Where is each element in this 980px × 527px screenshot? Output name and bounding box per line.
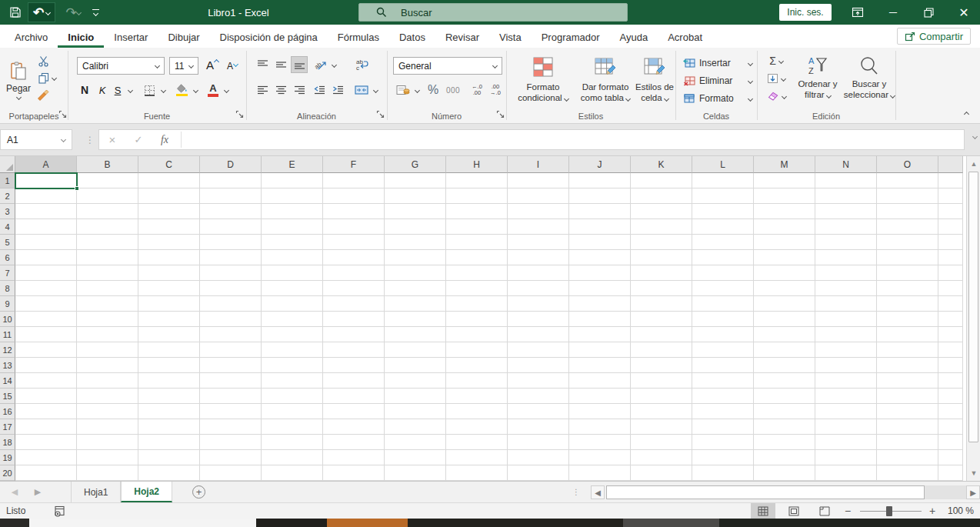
cell-partial-5[interactable] — [938, 235, 963, 250]
tab-disposici-n-de-p-gina[interactable]: Disposición de página — [210, 26, 328, 48]
cell-C13[interactable] — [138, 358, 200, 373]
cell-D14[interactable] — [200, 373, 262, 389]
cell-E16[interactable] — [262, 404, 323, 419]
cell-E6[interactable] — [262, 250, 323, 265]
formula-bar-handle[interactable]: ⋮ — [85, 129, 95, 150]
cell-M10[interactable] — [754, 312, 815, 327]
cell-G4[interactable] — [385, 219, 446, 235]
font-color-button[interactable]: A — [206, 82, 220, 98]
zoom-level[interactable]: 100 % — [948, 503, 974, 519]
align-middle-button[interactable] — [272, 56, 289, 73]
scroll-down-button[interactable]: ▼ — [968, 467, 980, 479]
cell-A11[interactable] — [15, 327, 77, 342]
cell-F1[interactable] — [323, 173, 385, 188]
cell-B19[interactable] — [77, 450, 138, 465]
cell-O9[interactable] — [877, 296, 938, 312]
cell-E17[interactable] — [262, 419, 323, 435]
cell-M6[interactable] — [754, 250, 815, 265]
cell-G3[interactable] — [385, 204, 446, 219]
cell-J19[interactable] — [569, 450, 631, 465]
cell-F19[interactable] — [323, 450, 385, 465]
share-button[interactable]: Compartir — [897, 28, 971, 45]
cell-O13[interactable] — [877, 358, 938, 373]
cell-N16[interactable] — [815, 404, 877, 419]
cell-O4[interactable] — [877, 219, 938, 235]
cell-partial-14[interactable] — [938, 373, 963, 389]
format-cells-button[interactable]: Formato — [683, 91, 752, 106]
cell-I1[interactable] — [508, 173, 569, 188]
row-header-18[interactable]: 18 — [0, 435, 15, 450]
increase-decimal-button[interactable]: ←.0.00 — [468, 82, 486, 98]
fill-color-button[interactable] — [174, 82, 189, 98]
cell-partial-12[interactable] — [938, 342, 963, 358]
cell-partial-8[interactable] — [938, 281, 963, 296]
cell-partial-16[interactable] — [938, 404, 963, 419]
cell-I10[interactable] — [508, 312, 569, 327]
cell-C1[interactable] — [138, 173, 200, 188]
cell-A20[interactable] — [15, 465, 77, 481]
expand-formula-bar-button[interactable] — [972, 134, 978, 139]
cell-partial-11[interactable] — [938, 327, 963, 342]
cell-I19[interactable] — [508, 450, 569, 465]
cell-C17[interactable] — [138, 419, 200, 435]
horizontal-scrollbar-thumb[interactable] — [606, 485, 925, 499]
align-right-button[interactable] — [291, 82, 308, 98]
sign-in-button[interactable]: Inic. ses. — [779, 4, 832, 21]
normal-view-button[interactable] — [751, 503, 775, 519]
cell-H5[interactable] — [446, 235, 508, 250]
cell-J3[interactable] — [569, 204, 631, 219]
cell-E1[interactable] — [262, 173, 323, 188]
row-header-8[interactable]: 8 — [0, 281, 15, 296]
cell-F5[interactable] — [323, 235, 385, 250]
cell-F17[interactable] — [323, 419, 385, 435]
cell-partial-7[interactable] — [938, 265, 963, 281]
cell-L20[interactable] — [692, 465, 754, 481]
cell-K19[interactable] — [631, 450, 692, 465]
cell-J7[interactable] — [569, 265, 631, 281]
new-sheet-button[interactable]: + — [192, 485, 205, 499]
cell-B1[interactable] — [77, 173, 138, 188]
cell-K4[interactable] — [631, 219, 692, 235]
cell-B16[interactable] — [77, 404, 138, 419]
cell-A14[interactable] — [15, 373, 77, 389]
cell-J18[interactable] — [569, 435, 631, 450]
cell-M8[interactable] — [754, 281, 815, 296]
cell-C16[interactable] — [138, 404, 200, 419]
comma-style-button[interactable]: 000 — [443, 82, 463, 98]
orientation-options-button[interactable] — [329, 56, 339, 73]
cell-I4[interactable] — [508, 219, 569, 235]
cell-K3[interactable] — [631, 204, 692, 219]
cell-K15[interactable] — [631, 389, 692, 404]
cell-F10[interactable] — [323, 312, 385, 327]
column-header-F[interactable]: F — [323, 156, 385, 173]
cell-partial-15[interactable] — [938, 389, 963, 404]
cell-K16[interactable] — [631, 404, 692, 419]
cell-A16[interactable] — [15, 404, 77, 419]
cell-C7[interactable] — [138, 265, 200, 281]
column-header-H[interactable]: H — [446, 156, 508, 173]
cell-B5[interactable] — [77, 235, 138, 250]
cell-K9[interactable] — [631, 296, 692, 312]
cell-D6[interactable] — [200, 250, 262, 265]
cell-H19[interactable] — [446, 450, 508, 465]
cell-J17[interactable] — [569, 419, 631, 435]
next-sheet-button[interactable]: ▶ — [26, 482, 49, 502]
cell-F15[interactable] — [323, 389, 385, 404]
cell-H14[interactable] — [446, 373, 508, 389]
cell-J5[interactable] — [569, 235, 631, 250]
cell-M13[interactable] — [754, 358, 815, 373]
row-header-4[interactable]: 4 — [0, 219, 15, 235]
cell-J10[interactable] — [569, 312, 631, 327]
tab-acrobat[interactable]: Acrobat — [658, 26, 712, 48]
select-all-corner[interactable] — [0, 156, 15, 173]
cell-G6[interactable] — [385, 250, 446, 265]
cell-B3[interactable] — [77, 204, 138, 219]
tab-archivo[interactable]: Archivo — [5, 26, 58, 48]
cell-N4[interactable] — [815, 219, 877, 235]
decrease-decimal-button[interactable]: .00→.0 — [486, 82, 505, 98]
cell-M4[interactable] — [754, 219, 815, 235]
vertical-scrollbar-thumb[interactable] — [968, 172, 978, 442]
cell-M17[interactable] — [754, 419, 815, 435]
minimize-button[interactable]: ─ — [880, 0, 906, 25]
selection-A1[interactable] — [15, 172, 78, 189]
